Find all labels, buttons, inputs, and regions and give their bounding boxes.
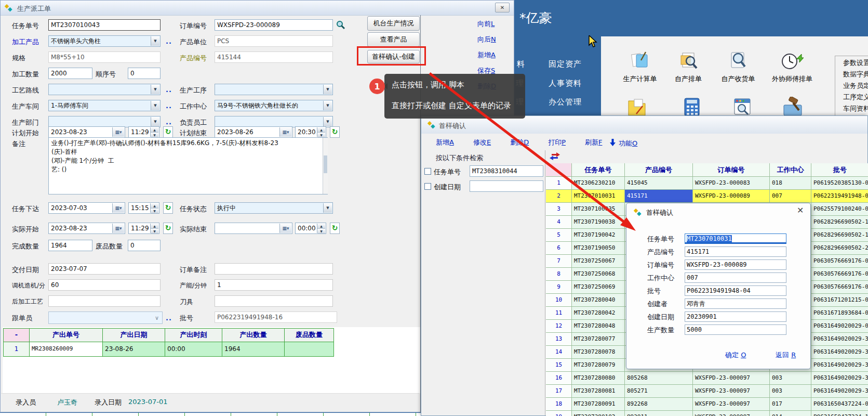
menu-office[interactable]: 办公管理 xyxy=(549,97,582,107)
issued-date[interactable]: 2023-07-03▦▾ xyxy=(48,202,125,214)
desktop-icon-self-schedule[interactable]: 自产排单 xyxy=(664,51,712,84)
capacity-input[interactable]: 1 xyxy=(215,279,333,291)
view-product-button[interactable]: 查看产品 xyxy=(367,32,420,47)
swap-columns-icon[interactable] xyxy=(550,152,560,160)
nav-link[interactable]: 向前L xyxy=(477,19,496,29)
task-no-input[interactable]: MT2307010043 xyxy=(48,19,161,31)
calendar-icon[interactable]: ▦▾ xyxy=(112,224,124,233)
filter-checkbox[interactable] xyxy=(424,168,431,175)
window-titlebar[interactable]: 首样确认 xyxy=(421,116,867,134)
close-icon[interactable]: ✕ xyxy=(495,3,510,12)
actual-start-date[interactable]: 2023-08-23▦▾ xyxy=(48,223,125,234)
toolbar-link[interactable]: 新增A xyxy=(436,138,454,147)
sample-table-row[interactable]: 2 MT2307010031 415171 WXSFPD-23-000089 0… xyxy=(546,190,868,203)
chevron-down-icon[interactable]: ▼ xyxy=(323,203,332,213)
back-button[interactable]: 返回 R xyxy=(776,350,796,360)
toolbar-link[interactable]: 刷新F xyxy=(585,138,602,147)
remark-scrollbar[interactable] xyxy=(323,138,328,194)
qty-input[interactable]: 2000 xyxy=(48,68,92,79)
product-combo[interactable]: 不锈钢单头六角柱▼ xyxy=(48,35,161,47)
issued-time[interactable]: 15:15▲▼ xyxy=(128,202,159,214)
side-item[interactable]: 业务员定 xyxy=(843,81,868,90)
plan-start-date[interactable]: 2023-08-23▦▾ xyxy=(48,126,125,138)
workcenter-combo[interactable]: 马9号-不锈钢铁六角柱做长的▼ xyxy=(215,100,333,111)
side-item[interactable]: 工序定义 xyxy=(843,93,868,102)
chevron-down-icon[interactable]: ▼ xyxy=(323,85,332,94)
time-spinner[interactable]: ▲▼ xyxy=(150,127,158,137)
scrap-qty-input[interactable]: 0 xyxy=(128,240,161,251)
route-lookup-link[interactable]: .. xyxy=(166,86,172,94)
sample-table-row[interactable]: 19 MT2307280103 892011 WXSFPD-23-000097 … xyxy=(546,411,868,416)
plan-end-date[interactable]: 2023-08-26▦▾ xyxy=(215,126,292,138)
chevron-down-icon[interactable]: ∨ xyxy=(155,313,159,323)
done-qty-input[interactable]: 1964 xyxy=(48,240,92,251)
actual-end-date[interactable]: ▦▾ xyxy=(215,223,292,234)
search-icon[interactable] xyxy=(336,20,345,30)
gavel-icon[interactable] xyxy=(782,97,803,118)
dept-combo[interactable]: ▼ xyxy=(48,116,161,127)
calendar-icon[interactable]: ▦▾ xyxy=(112,203,124,213)
func-menu-link[interactable]: 功能O xyxy=(619,139,637,148)
calendar-icon[interactable]: ▦▾ xyxy=(279,127,291,137)
dialog-field-input[interactable]: MT2307010031 xyxy=(685,233,786,244)
window-search-icon[interactable] xyxy=(732,97,752,118)
calendar-icon[interactable]: ▦▾ xyxy=(279,224,291,233)
dialog-field-input[interactable]: 20230901 xyxy=(685,311,786,322)
sample-table-row[interactable]: 18 MT2307280091 892268 WXSFPD-23-000097 … xyxy=(546,398,868,411)
time-spinner[interactable]: ▲▼ xyxy=(317,127,325,137)
plan-start-time[interactable]: 11:29▲▼ xyxy=(128,126,159,138)
refresh-icon[interactable]: ↻ xyxy=(163,202,173,214)
nav-link[interactable]: 向后N xyxy=(477,35,496,44)
follower-combo[interactable]: ∨ xyxy=(48,311,163,324)
filter-input[interactable] xyxy=(470,180,543,192)
chevron-down-icon[interactable]: ▼ xyxy=(151,36,159,46)
folder-icon[interactable] xyxy=(627,97,647,118)
post-process-input[interactable] xyxy=(48,295,161,307)
product-lookup-link[interactable]: .. xyxy=(166,37,172,45)
status-combo[interactable]: 执行中▼ xyxy=(215,202,333,214)
seq-input[interactable]: 0 xyxy=(128,68,161,79)
filter-checkbox[interactable] xyxy=(424,183,431,190)
dialog-field-input[interactable]: 邓青青 xyxy=(685,298,786,309)
setup-input[interactable]: 60 xyxy=(48,279,161,291)
time-spinner[interactable]: ▲▼ xyxy=(150,224,158,233)
machine-status-button[interactable]: 机台生产情况 xyxy=(367,16,420,31)
menu-partial[interactable]: 料 xyxy=(517,59,525,69)
close-icon[interactable]: ✕ xyxy=(797,205,804,215)
refresh-icon[interactable]: ↻ xyxy=(163,126,173,138)
refresh-icon[interactable]: ↻ xyxy=(330,223,340,234)
sample-table-row[interactable]: 16 MT2307280080 805268 WXSFPD-23-000097 … xyxy=(546,372,868,385)
desktop-icon-production-calc[interactable]: 生产计算单 xyxy=(616,51,664,84)
filter-input[interactable]: MT2308310044 xyxy=(470,165,543,177)
follower-lookup-link[interactable]: .. xyxy=(166,314,172,322)
order-no-input[interactable]: WXSFPD-23-000089 xyxy=(215,19,333,31)
ok-button[interactable]: 确定 O xyxy=(725,350,746,360)
nav-link[interactable]: 新增A xyxy=(477,50,496,60)
refresh-icon[interactable]: ↻ xyxy=(330,126,340,138)
workshop-lookup-link[interactable]: .. xyxy=(166,102,172,110)
time-spinner[interactable]: ▲▼ xyxy=(150,203,158,213)
side-item[interactable]: 数据字典 xyxy=(843,70,868,79)
dialog-field-input[interactable]: P0622319491948-04 xyxy=(685,285,786,296)
sample-table-row[interactable]: 1 MT2306230210 415045 WXSFPD-23-000083 0… xyxy=(546,177,868,190)
staff-combo[interactable]: ▼ xyxy=(215,116,333,127)
side-item[interactable]: 车间资料 xyxy=(843,104,868,113)
refresh-icon[interactable]: ↻ xyxy=(163,223,173,234)
dept-lookup-link[interactable]: .. xyxy=(166,118,172,126)
dialog-field-input[interactable]: WXSFPD-23-000089 xyxy=(685,259,786,270)
route-combo[interactable]: ▼ xyxy=(48,84,161,95)
dialog-field-input[interactable]: 5000 xyxy=(685,324,786,335)
deliver-input[interactable]: 2023-07-07 xyxy=(48,263,161,275)
tool-input[interactable] xyxy=(215,295,333,307)
toolbar-link[interactable]: 打印P xyxy=(548,138,566,147)
actual-start-time[interactable]: 11:29▲▼ xyxy=(128,223,159,234)
chevron-down-icon[interactable]: ▼ xyxy=(323,101,332,110)
chevron-down-icon[interactable]: ▼ xyxy=(323,117,332,126)
actual-end-time[interactable]: 00:00▲▼ xyxy=(295,223,326,234)
desktop-icon-self-receipt[interactable]: 自产收货单 xyxy=(714,51,762,84)
calendar-icon[interactable]: ▦▾ xyxy=(112,127,124,137)
toolbar-link[interactable]: 删除D xyxy=(510,138,529,147)
window-titlebar[interactable]: 生产派工单 ✕ xyxy=(1,1,514,16)
output-table-row[interactable]: 1 MR2308260009 23-08-26 00:00 1964 xyxy=(4,342,334,357)
chevron-down-icon[interactable]: ▼ xyxy=(151,85,159,94)
